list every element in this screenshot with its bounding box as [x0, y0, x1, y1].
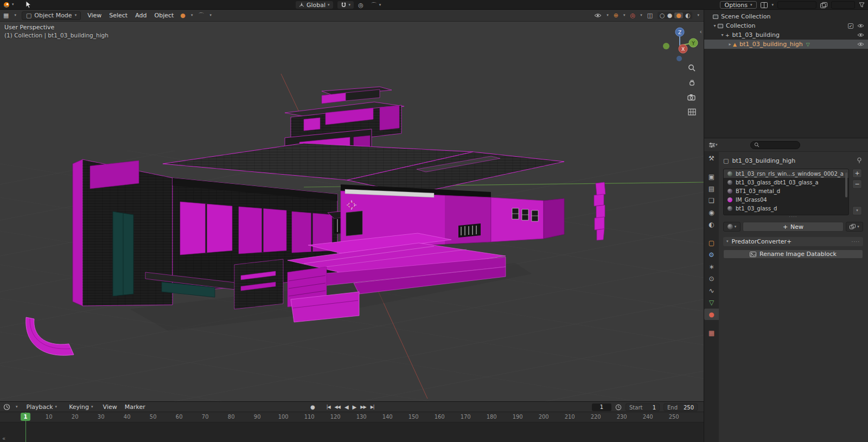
material-slot-row[interactable]: BT1_03_metal_d [724, 187, 848, 195]
properties-tab-world[interactable]: ◐ [704, 219, 719, 230]
browse-material-dropdown[interactable]: ▾ [723, 222, 741, 232]
viewport-canvas[interactable] [0, 22, 704, 401]
visibility-eye-icon[interactable] [594, 13, 602, 18]
chevron-down-icon[interactable]: ▾ [12, 3, 14, 7]
slot-specials-menu-button[interactable]: ▾ [852, 206, 862, 215]
properties-tab-material[interactable]: ● [704, 309, 719, 320]
scene-datablock-field[interactable] [777, 1, 816, 9]
jump-to-end-button[interactable]: ▶| [371, 405, 374, 409]
ruler-frame-130[interactable]: 130 [356, 414, 367, 420]
editor-type-icon[interactable]: ▦ [3, 12, 9, 18]
menu-select[interactable]: Select [108, 12, 129, 19]
ruler-frame-110[interactable]: 110 [304, 414, 315, 420]
active-tool-icon[interactable]: ● [180, 12, 186, 18]
shading-solid-icon[interactable]: ● [667, 12, 673, 18]
material-slot-row[interactable]: bt1_03_glass_d [724, 204, 848, 213]
ruler-frame-30[interactable]: 30 [98, 414, 105, 420]
properties-tab-constraints[interactable]: ∿ [704, 285, 719, 296]
menu-add[interactable]: Add [134, 12, 148, 19]
ruler-frame-100[interactable]: 100 [278, 414, 289, 420]
show-gizmos-toggle-icon[interactable]: ⊕ [614, 12, 618, 18]
filter-funnel-icon[interactable] [859, 2, 865, 8]
properties-editor-icon[interactable] [709, 142, 716, 148]
list-resize-grip[interactable]: ···· [723, 215, 863, 220]
menu-view[interactable]: View [86, 12, 103, 19]
chevron-down-icon[interactable]: ▾ [697, 14, 699, 17]
timeline-ruler[interactable]: 1020304050607080901001101201301401501601… [0, 412, 704, 422]
ruler-frame-140[interactable]: 140 [382, 414, 393, 420]
proportional-edit-icon[interactable]: ◎ [358, 2, 363, 8]
link-material-dropdown[interactable]: ▾ [846, 222, 863, 232]
sidebar-collapse-icon[interactable]: ‹ [700, 28, 702, 35]
record-button[interactable]: ● [310, 404, 315, 410]
pan-hand-icon[interactable] [687, 78, 697, 87]
ruler-frame-170[interactable]: 170 [461, 414, 471, 420]
chevron-down-icon[interactable]: ▾ [640, 14, 642, 17]
play-reverse-button[interactable]: ◀ [344, 404, 348, 410]
exclude-checkbox[interactable]: ✓ [848, 23, 853, 29]
properties-tab-physics[interactable]: ⊙ [704, 273, 719, 284]
camera-view-icon[interactable] [687, 92, 697, 102]
end-frame-field[interactable]: End 250 [663, 403, 698, 411]
outliner-row-collection[interactable]: ▾ Collection ✓ [704, 21, 868, 30]
expand-open-icon[interactable]: ▾ [719, 33, 725, 37]
mode-dropdown[interactable]: ▢ Object Mode ▾ [22, 11, 81, 20]
predator-converter-panel-header[interactable]: ▾ PredatorConverter+ ···· [723, 237, 863, 246]
ruler-frame-220[interactable]: 220 [591, 414, 601, 420]
material-slot-row[interactable]: bt1_03_glass_dbt1_03_glass_a [724, 178, 848, 187]
properties-tab-object[interactable]: ▢ [704, 237, 719, 248]
rename-image-datablock-button[interactable]: Rename Image Datablock [723, 249, 863, 259]
show-overlays-toggle-icon[interactable]: ◎ [630, 12, 636, 18]
ruler-frame-210[interactable]: 210 [565, 414, 575, 420]
properties-tab-texture[interactable]: ▦ [704, 327, 719, 338]
playhead[interactable]: 1 [21, 413, 30, 421]
outliner-row-mesh-selected[interactable]: ▸ ▲ bt1_03_building_high ▽ [704, 40, 868, 49]
shading-rendered-icon[interactable]: ◐ [685, 12, 691, 18]
options-button[interactable]: Options ▾ [720, 1, 757, 9]
view-layer-icon[interactable] [820, 2, 827, 8]
ruler-frame-20[interactable]: 20 [72, 414, 79, 420]
ruler-frame-200[interactable]: 200 [539, 414, 549, 420]
ruler-frame-80[interactable]: 80 [228, 414, 235, 420]
play-button[interactable]: ▶ [353, 404, 356, 410]
3d-viewport[interactable]: ▦ ▾ ▢ Object Mode ▾ View Select Add Obje… [0, 10, 704, 401]
properties-tab-scene[interactable]: ◉ [704, 207, 719, 218]
ruler-frame-40[interactable]: 40 [124, 414, 131, 420]
xray-toggle-icon[interactable]: ◫ [647, 12, 653, 18]
ruler-frame-230[interactable]: 230 [617, 414, 627, 420]
ruler-frame-180[interactable]: 180 [487, 414, 497, 420]
falloff-dropdown-icon[interactable]: ⌒ [198, 12, 204, 18]
timeline-channels[interactable] [0, 422, 704, 442]
navigation-gizmo[interactable]: Z Y X [657, 23, 703, 68]
expand-open-icon[interactable]: ▾ [712, 23, 718, 28]
ruler-frame-50[interactable]: 50 [150, 414, 157, 420]
workspace-layout-icon[interactable] [761, 2, 768, 8]
ruler-frame-160[interactable]: 160 [435, 414, 445, 420]
ruler-frame-120[interactable]: 120 [330, 414, 341, 420]
chevron-down-icon[interactable]: ▾ [607, 14, 609, 17]
ruler-frame-90[interactable]: 90 [254, 414, 261, 420]
hide-eye-icon[interactable] [857, 33, 864, 37]
transform-orientation-dropdown[interactable]: Global ▾ [296, 1, 333, 9]
timeline-menu-marker[interactable]: Marker [124, 403, 146, 411]
preview-range-clock-icon[interactable] [615, 404, 622, 411]
properties-tab-tool[interactable]: ⚒ [704, 152, 719, 164]
proportional-falloff-dropdown[interactable]: ⌒ ▾ [368, 1, 385, 9]
ruler-frame-240[interactable]: 240 [643, 414, 653, 420]
timeline-editor-icon[interactable] [3, 403, 10, 411]
properties-tab-particles[interactable]: ∗ [704, 261, 719, 272]
view-layer-field[interactable] [831, 1, 855, 9]
hide-eye-icon[interactable] [857, 23, 864, 28]
shading-wireframe-icon[interactable]: ○ [660, 12, 665, 18]
zoom-icon[interactable] [687, 63, 697, 73]
remove-slot-button[interactable]: − [852, 180, 862, 189]
chevron-down-icon[interactable]: ▾ [16, 405, 18, 409]
chevron-down-icon[interactable]: ▾ [771, 3, 774, 7]
start-frame-field[interactable]: Start 1 [626, 403, 660, 411]
blender-logo-icon[interactable] [3, 2, 10, 8]
properties-tab-modifiers[interactable]: ⚙ [704, 249, 719, 260]
pin-icon[interactable] [857, 157, 862, 164]
toggle-ortho-grid-icon[interactable] [687, 107, 697, 117]
prev-keyframe-button[interactable]: ◀◀ [335, 405, 340, 409]
snap-dropdown[interactable]: ▾ [337, 1, 354, 9]
